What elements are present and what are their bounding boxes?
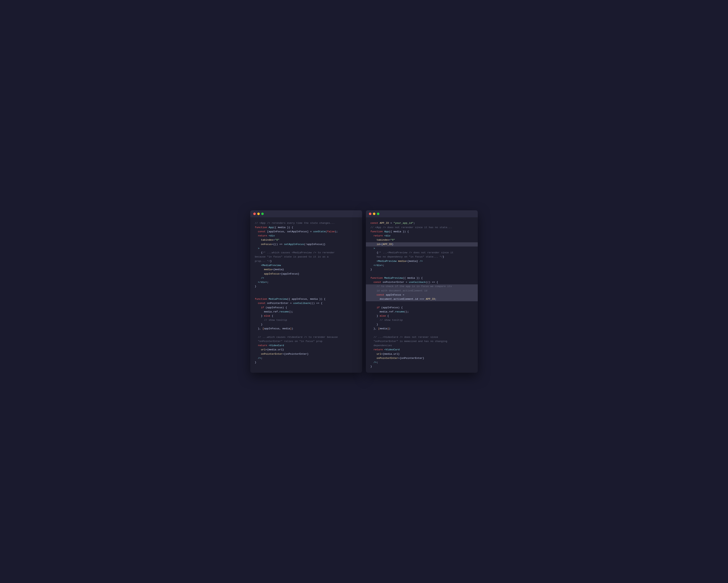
code-line: function MediaPreview({ appInFocus, medi… [255, 297, 358, 301]
code-line: {/* ...which causes <MediaPreview /> to … [255, 251, 358, 255]
code-line: // <App /> rerenders every time the stat… [255, 221, 358, 225]
code-line: return <VideoCard [370, 348, 473, 352]
left-traffic-light-red[interactable] [253, 213, 256, 215]
code-line: // ...which causes <VideoCard /> to rere… [255, 335, 358, 339]
right-code-window: const APP_ID = "your_app_id"; // <App />… [366, 210, 478, 372]
code-line: const [appInFocus, setAppInFocus] = useS… [255, 230, 358, 234]
code-line: has no dependency on "in focus" state...… [370, 255, 473, 259]
code-line: media={media} [255, 268, 358, 272]
code-line: <MediaPreview media={media} /> [370, 259, 473, 263]
code-line: "onPointerEnter" is memoized and has no … [370, 339, 473, 343]
code-line: } [370, 323, 473, 327]
right-code-body: const APP_ID = "your_app_id"; // <App />… [366, 217, 478, 372]
code-line: // ...<VideoCard /> does not rerener sin… [370, 335, 473, 339]
code-line: onPointerEnter={onPointerEnter} [255, 352, 358, 356]
code-line: return <div [370, 234, 473, 238]
code-line: dependencies [370, 343, 473, 348]
code-line: if (appInFocus) { [370, 306, 473, 310]
code-line: function MediaPreview({ media }) { [370, 276, 473, 280]
right-titlebar [366, 210, 478, 217]
code-line: return <div [255, 234, 358, 238]
code-line: } [370, 364, 473, 369]
code-line: } else { [370, 314, 473, 318]
code-line: "onPointerEnter" relies on "in focus" pr… [255, 339, 358, 343]
code-line: function App({ media }) { [255, 225, 358, 230]
code-line-highlighted: document.activeElement.id === APP_ID; [366, 297, 478, 301]
code-line: />; [370, 360, 473, 364]
code-line: if (appInFocus) { [255, 306, 358, 310]
code-line: } [255, 284, 358, 288]
code-line-highlighted: const appInFocus = [366, 293, 478, 297]
code-line: } [370, 268, 473, 272]
code-line-highlighted: id={APP_ID} [366, 242, 478, 247]
code-line: // show tooltip [370, 318, 473, 322]
code-line: {/* ...<MediaPreview /> does not rerende… [370, 251, 473, 255]
code-line: } [255, 360, 358, 364]
right-traffic-light-green[interactable] [377, 213, 379, 215]
code-line: media.ref.resume(); [255, 310, 358, 314]
code-line: const APP_ID = "your_app_id"; [370, 221, 473, 225]
code-line-highlighted: id with document.activeElement id [366, 289, 478, 293]
left-traffic-light-yellow[interactable] [257, 213, 260, 215]
screens-container: // <App /> rerenders every time the stat… [250, 210, 478, 372]
code-line: tabindex="0" [255, 238, 358, 242]
right-traffic-light-red[interactable] [369, 213, 371, 215]
code-line: <MediaPreview [255, 263, 358, 268]
code-line: onPointerEnter={onPointerEnter} [370, 356, 473, 360]
left-code-body: // <App /> rerenders every time the stat… [250, 217, 362, 368]
code-line: appInFocus={appInFocus} [255, 272, 358, 276]
code-line: }, [appInFocus, media]) [255, 327, 358, 331]
code-line: />; [255, 356, 358, 360]
left-traffic-light-green[interactable] [261, 213, 264, 215]
code-line: media.ref.resume(); [370, 310, 473, 314]
code-line: }, [media]) [370, 327, 473, 331]
code-line: onFocus={() => setAppInFocus(!appInFocus… [255, 242, 358, 247]
code-line: } [255, 323, 358, 327]
code-line: // show tooltip [255, 318, 358, 322]
code-line: </div>; [255, 280, 358, 284]
code-line: prop... */} [255, 259, 358, 263]
code-line: url={media.url} [370, 352, 473, 356]
code-line: const onPointerEnter = useCallback(() =>… [370, 280, 473, 284]
code-line-highlighted: // to check if the app is in focus we co… [366, 284, 478, 288]
code-line: tabindex="0" [370, 238, 473, 242]
code-line: } else { [255, 314, 358, 318]
left-titlebar [250, 210, 362, 217]
code-line: </div>; [370, 263, 473, 268]
right-traffic-light-yellow[interactable] [373, 213, 375, 215]
code-line: url={media.url} [255, 348, 358, 352]
left-code-window: // <App /> rerenders every time the stat… [250, 210, 362, 372]
code-line: // <App /> does not rerender since it ha… [370, 225, 473, 230]
code-line: > [255, 247, 358, 251]
code-line: /> [255, 276, 358, 280]
code-line: > [370, 247, 473, 251]
code-line: return <VideoCard [255, 343, 358, 348]
code-line: because "in focus" state is passed to it… [255, 255, 358, 259]
code-line: function App({ media }) { [370, 230, 473, 234]
code-line: const onPointerEnter = useCallback(() =>… [255, 301, 358, 305]
